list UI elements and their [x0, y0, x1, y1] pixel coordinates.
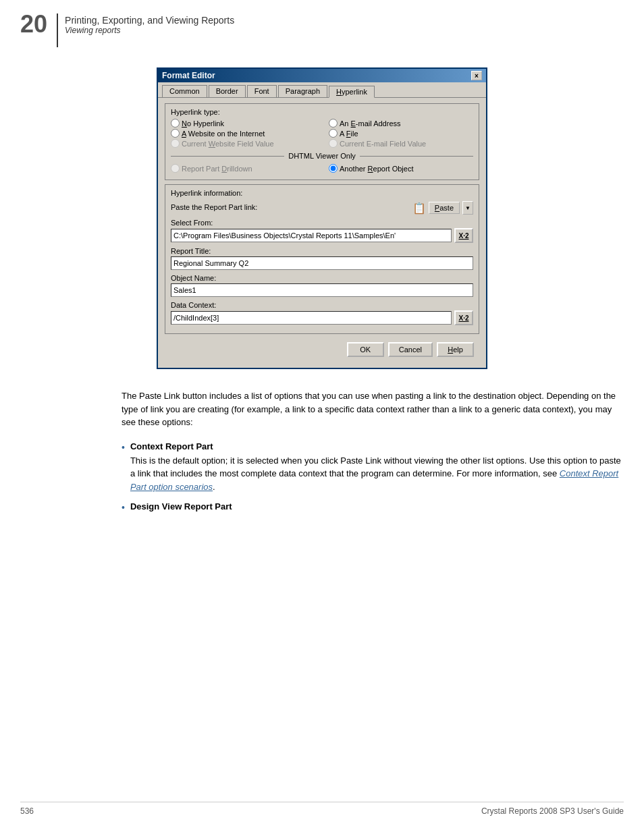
tab-paragraph-label: Paragraph: [286, 87, 320, 95]
tab-hyperlink-label: Hyperlink: [336, 88, 367, 96]
paste-btn-label: Paste: [435, 204, 454, 212]
bullet-content-2: Design View Report Part: [130, 501, 232, 514]
bullet-title-2: Design View Report Part: [130, 501, 232, 512]
radio-file-input[interactable]: [329, 129, 338, 138]
radio-current-website-label: Current Website Field Value: [182, 140, 274, 148]
header-text: Printing, Exporting, and Viewing Reports…: [65, 12, 234, 35]
body-paragraph: The Paste Link button includes a list of…: [0, 383, 644, 436]
paste-button[interactable]: Paste: [429, 202, 460, 214]
radio-row-3: Current Website Field Value Current E-ma…: [171, 139, 473, 148]
radio-row-2: A Website on the Internet A File: [171, 129, 473, 138]
dialog-buttons: OK Cancel Help: [165, 339, 479, 362]
radio-file-label: A File: [340, 130, 358, 138]
radio-website-input[interactable]: [171, 129, 180, 138]
report-title-input[interactable]: [171, 256, 473, 270]
bullet-body-after-1: .: [213, 482, 215, 492]
dialog-wrapper: Format Editor × Common Border Font Parag…: [0, 67, 644, 369]
page-number: 20: [20, 12, 47, 36]
hyperlink-type-group: Hyperlink type: No Hyperlink An E-mail A…: [165, 103, 479, 180]
select-from-input[interactable]: [171, 229, 452, 242]
select-from-group: Select From: X·2: [171, 219, 473, 243]
data-context-label: Data Context:: [171, 301, 473, 309]
paste-link-group: Paste the Report Part link: 📋 Paste ▼: [171, 201, 473, 215]
page-header: 20 Printing, Exporting, and Viewing Repo…: [0, 0, 644, 54]
report-title-group: Report Title:: [171, 247, 473, 270]
radio-report-part: Report Part Drilldown: [171, 164, 315, 173]
radio-email-input[interactable]: [329, 119, 338, 128]
select-from-row: X·2: [171, 228, 473, 243]
radio-email-label: An E-mail Address: [340, 119, 401, 128]
paste-icon: 📋: [412, 202, 426, 215]
radio-report-part-label: Report Part Drilldown: [182, 165, 252, 173]
format-editor-dialog: Format Editor × Common Border Font Parag…: [157, 67, 487, 369]
radio-another-report[interactable]: Another Report Object: [329, 164, 473, 173]
radio-no-hyperlink-label: No Hyperlink: [182, 119, 224, 128]
help-button[interactable]: Help: [437, 342, 474, 357]
dhtml-label: DHTML Viewer Only: [288, 152, 356, 160]
dialog-titlebar: Format Editor ×: [158, 69, 486, 82]
hyperlink-info-title: Hyperlink information:: [171, 189, 473, 197]
bullet-item-1: • Context Report Part This is the defaul…: [122, 441, 624, 494]
dhtml-line-right: [360, 156, 473, 157]
radio-website-label: A Website on the Internet: [182, 130, 265, 138]
data-context-x2-button[interactable]: X·2: [454, 310, 473, 325]
radio-current-email: Current E-mail Field Value: [329, 139, 473, 148]
select-from-label: Select From:: [171, 219, 473, 227]
paste-dropdown-button[interactable]: ▼: [462, 201, 473, 215]
radio-another-report-label: Another Report Object: [340, 165, 413, 173]
hyperlink-type-label: Hyperlink type:: [171, 108, 473, 116]
ok-button[interactable]: OK: [347, 342, 384, 357]
tab-common-label: Common: [169, 87, 200, 95]
dialog-title: Format Editor: [162, 71, 215, 80]
tab-hyperlink[interactable]: Hyperlink: [329, 86, 375, 98]
object-name-group: Object Name:: [171, 274, 473, 297]
tab-paragraph[interactable]: Paragraph: [278, 85, 327, 97]
bullet-dot-1: •: [122, 442, 125, 453]
radio-no-hyperlink-input[interactable]: [171, 119, 180, 128]
object-name-label: Object Name:: [171, 274, 473, 282]
radio-row-dhtml: Report Part Drilldown Another Report Obj…: [171, 164, 473, 173]
radio-current-website: Current Website Field Value: [171, 139, 315, 148]
paste-link-label: Paste the Report Part link:: [171, 203, 257, 211]
bullet-body-1: This is the default option; it is select…: [130, 454, 624, 494]
data-context-row: X·2: [171, 310, 473, 325]
tab-border-label: Border: [216, 87, 238, 95]
tab-font[interactable]: Font: [247, 85, 277, 97]
bullet-content-1: Context Report Part This is the default …: [130, 441, 624, 494]
dialog-content: Hyperlink type: No Hyperlink An E-mail A…: [158, 98, 486, 368]
footer-title: Crystal Reports 2008 SP3 User's Guide: [481, 806, 624, 816]
radio-current-email-input: [329, 139, 338, 148]
x2-label: X·2: [458, 232, 468, 240]
select-from-x2-button[interactable]: X·2: [454, 228, 473, 243]
radio-report-part-input: [171, 164, 180, 173]
radio-row-1: No Hyperlink An E-mail Address: [171, 119, 473, 128]
header-title: Printing, Exporting, and Viewing Reports: [65, 15, 234, 26]
bullet-dot-2: •: [122, 502, 125, 513]
radio-file[interactable]: A File: [329, 129, 473, 138]
radio-no-hyperlink[interactable]: No Hyperlink: [171, 119, 315, 128]
radio-current-website-input: [171, 139, 180, 148]
tab-common[interactable]: Common: [162, 85, 207, 97]
tab-border[interactable]: Border: [209, 85, 246, 97]
x2-label-2: X·2: [458, 314, 468, 322]
radio-email[interactable]: An E-mail Address: [329, 119, 473, 128]
data-context-input[interactable]: [171, 311, 452, 325]
hyperlink-info-section: Hyperlink information: Paste the Report …: [165, 184, 479, 334]
body-text-paragraph: The Paste Link button includes a list of…: [122, 389, 624, 429]
cancel-button[interactable]: Cancel: [388, 342, 433, 357]
footer-page: 536: [20, 806, 34, 816]
radio-another-report-input[interactable]: [329, 164, 338, 173]
radio-current-email-label: Current E-mail Field Value: [340, 140, 426, 148]
tab-font-label: Font: [254, 87, 269, 95]
bullet-section: • Context Report Part This is the defaul…: [0, 436, 644, 528]
dhtml-line-left: [171, 156, 284, 157]
radio-website[interactable]: A Website on the Internet: [171, 129, 315, 138]
bullet-body-text-1: This is the default option; it is select…: [130, 456, 621, 479]
header-subtitle: Viewing reports: [65, 26, 234, 35]
dialog-close-button[interactable]: ×: [471, 71, 482, 80]
bullet-item-2: • Design View Report Part: [122, 501, 624, 514]
object-name-input[interactable]: [171, 283, 473, 297]
page-footer: 536 Crystal Reports 2008 SP3 User's Guid…: [20, 802, 624, 816]
bullet-title-1: Context Report Part: [130, 441, 624, 451]
header-divider: [57, 13, 58, 47]
